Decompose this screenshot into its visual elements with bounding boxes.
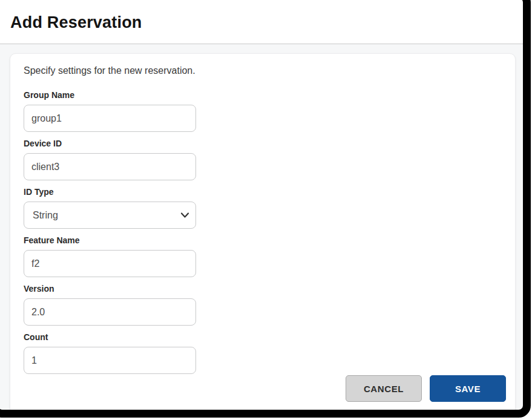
field-version: Version: [24, 284, 506, 326]
version-input[interactable]: [24, 298, 196, 326]
feature-name-input[interactable]: [24, 250, 196, 277]
page-title: Add Reservation: [10, 13, 523, 32]
id-type-select[interactable]: String: [24, 202, 196, 229]
id-type-select-wrap: String: [24, 202, 196, 229]
count-label: Count: [24, 333, 506, 342]
field-feature-name: Feature Name: [24, 236, 506, 277]
device-id-input[interactable]: [24, 153, 196, 180]
count-input[interactable]: [24, 347, 196, 374]
dialog-actions: CANCEL SAVE: [24, 375, 506, 410]
field-count: Count: [24, 333, 506, 374]
dialog-page: Add Reservation Specify settings for the…: [0, 0, 523, 418]
save-button[interactable]: SAVE: [430, 375, 506, 402]
cancel-button[interactable]: CANCEL: [346, 375, 422, 402]
version-label: Version: [24, 284, 506, 294]
screenshot-stage: Add Reservation Specify settings for the…: [0, 0, 532, 420]
device-id-label: Device ID: [24, 139, 506, 148]
feature-name-label: Feature Name: [24, 236, 506, 245]
group-name-label: Group Name: [24, 91, 506, 100]
field-device-id: Device ID: [24, 139, 506, 180]
page-header: Add Reservation: [0, 0, 523, 44]
group-name-input[interactable]: [24, 105, 196, 132]
reservation-form-card: Specify settings for the new reservation…: [10, 53, 516, 415]
id-type-label: ID Type: [24, 188, 506, 197]
field-id-type: ID Type String: [24, 188, 506, 229]
page-body: Specify settings for the new reservation…: [0, 44, 523, 418]
field-group-name: Group Name: [24, 91, 506, 132]
form-intro-text: Specify settings for the new reservation…: [24, 65, 506, 77]
